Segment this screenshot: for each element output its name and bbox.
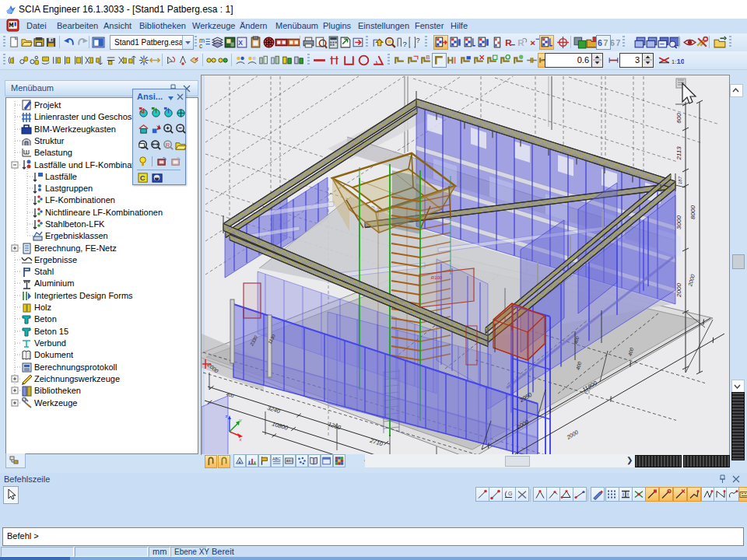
svg-text:B: B	[426, 54, 430, 61]
svg-text:ABC: ABC	[272, 457, 281, 461]
svg-text:R: R	[505, 37, 512, 47]
svg-text:Y: Y	[239, 418, 242, 423]
svg-text:x: x	[240, 437, 242, 442]
svg-text:C: C	[140, 174, 146, 182]
svg-text:?: ?	[416, 37, 420, 44]
svg-text:6: 6	[598, 38, 602, 47]
svg-text:7: 7	[616, 38, 621, 47]
svg-text:2000: 2000	[675, 283, 682, 298]
svg-text:ABC: ABC	[286, 459, 293, 463]
svg-text:187: 187	[678, 176, 682, 184]
svg-text:8000: 8000	[689, 205, 696, 219]
svg-text:z: z	[226, 414, 228, 418]
svg-text:R: R	[166, 142, 170, 149]
svg-text:×: ×	[530, 37, 535, 47]
svg-text:G: G	[508, 491, 512, 496]
svg-text:?: ?	[403, 40, 407, 48]
svg-text:600: 600	[675, 113, 682, 124]
svg-text:R100: R100	[431, 275, 443, 280]
svg-text:2113: 2113	[675, 146, 682, 161]
svg-text:10: 10	[676, 57, 684, 65]
svg-text:3000: 3000	[675, 215, 682, 229]
svg-text:X: X	[238, 39, 243, 47]
svg-text:1:: 1:	[672, 58, 676, 65]
svg-text:6: 6	[610, 38, 615, 47]
svg-text:7: 7	[604, 38, 608, 47]
